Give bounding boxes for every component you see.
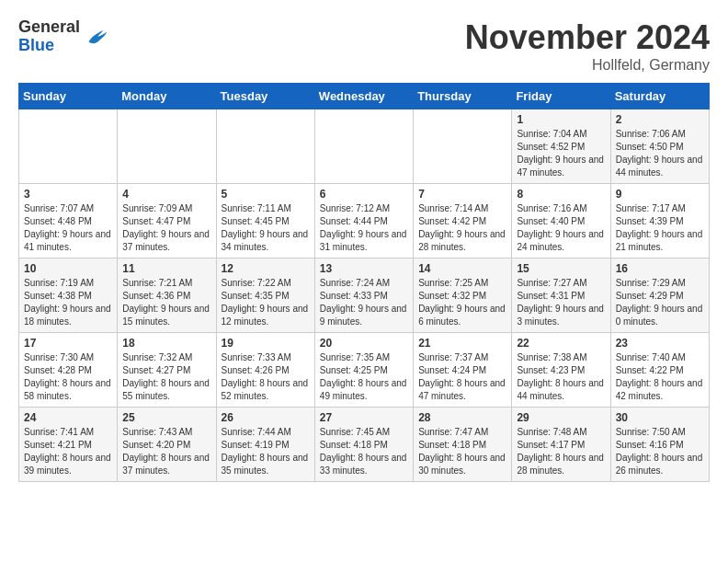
- logo-blue: Blue: [18, 37, 80, 55]
- logo: General Blue: [18, 18, 109, 55]
- calendar-cell: 8Sunrise: 7:16 AM Sunset: 4:40 PM Daylig…: [512, 184, 610, 259]
- day-number: 21: [418, 337, 506, 350]
- day-number: 15: [517, 262, 605, 275]
- day-info: Sunrise: 7:30 AM Sunset: 4:28 PM Dayligh…: [24, 351, 112, 403]
- day-info: Sunrise: 7:41 AM Sunset: 4:21 PM Dayligh…: [24, 426, 112, 477]
- day-number: 9: [616, 188, 704, 201]
- calendar-cell: 16Sunrise: 7:29 AM Sunset: 4:29 PM Dayli…: [610, 259, 709, 333]
- calendar-week-0: 1Sunrise: 7:04 AM Sunset: 4:52 PM Daylig…: [19, 109, 710, 184]
- calendar-header: Sunday Monday Tuesday Wednesday Thursday…: [19, 84, 710, 109]
- calendar-cell: 4Sunrise: 7:09 AM Sunset: 4:47 PM Daylig…: [118, 184, 216, 259]
- header-row: Sunday Monday Tuesday Wednesday Thursday…: [19, 84, 710, 109]
- day-number: 24: [24, 411, 112, 424]
- calendar-cell: 7Sunrise: 7:14 AM Sunset: 4:42 PM Daylig…: [414, 184, 512, 259]
- day-info: Sunrise: 7:22 AM Sunset: 4:35 PM Dayligh…: [222, 277, 310, 328]
- day-info: Sunrise: 7:06 AM Sunset: 4:50 PM Dayligh…: [616, 128, 704, 179]
- day-info: Sunrise: 7:04 AM Sunset: 4:52 PM Dayligh…: [517, 128, 605, 179]
- day-info: Sunrise: 7:14 AM Sunset: 4:42 PM Dayligh…: [418, 202, 506, 254]
- day-info: Sunrise: 7:45 AM Sunset: 4:18 PM Dayligh…: [320, 426, 408, 477]
- day-info: Sunrise: 7:19 AM Sunset: 4:38 PM Dayligh…: [24, 277, 112, 328]
- day-number: 2: [616, 113, 704, 126]
- day-number: 8: [517, 188, 605, 201]
- day-number: 23: [616, 337, 704, 350]
- day-number: 18: [122, 337, 210, 350]
- logo-text: General Blue: [18, 18, 80, 55]
- calendar-cell: 24Sunrise: 7:41 AM Sunset: 4:21 PM Dayli…: [19, 408, 118, 482]
- day-number: 3: [24, 188, 112, 201]
- calendar-subtitle: Hollfeld, Germany: [465, 57, 710, 74]
- header-wednesday: Wednesday: [314, 84, 413, 109]
- calendar-cell: 18Sunrise: 7:32 AM Sunset: 4:27 PM Dayli…: [118, 333, 216, 408]
- calendar-cell: 14Sunrise: 7:25 AM Sunset: 4:32 PM Dayli…: [414, 259, 512, 333]
- calendar-week-3: 17Sunrise: 7:30 AM Sunset: 4:28 PM Dayli…: [19, 333, 710, 408]
- day-number: 6: [320, 188, 408, 201]
- day-info: Sunrise: 7:35 AM Sunset: 4:25 PM Dayligh…: [320, 351, 408, 403]
- calendar-cell: 19Sunrise: 7:33 AM Sunset: 4:26 PM Dayli…: [216, 333, 314, 408]
- day-number: 30: [616, 411, 704, 424]
- calendar-cell: 11Sunrise: 7:21 AM Sunset: 4:36 PM Dayli…: [118, 259, 216, 333]
- day-info: Sunrise: 7:11 AM Sunset: 4:45 PM Dayligh…: [222, 202, 310, 254]
- calendar-cell: 28Sunrise: 7:47 AM Sunset: 4:18 PM Dayli…: [414, 408, 512, 482]
- calendar-week-2: 10Sunrise: 7:19 AM Sunset: 4:38 PM Dayli…: [19, 259, 710, 333]
- day-info: Sunrise: 7:29 AM Sunset: 4:29 PM Dayligh…: [616, 277, 704, 328]
- header-tuesday: Tuesday: [216, 84, 314, 109]
- calendar-body: 1Sunrise: 7:04 AM Sunset: 4:52 PM Daylig…: [19, 109, 710, 482]
- calendar-title: November 2024: [465, 18, 710, 57]
- calendar-cell: 5Sunrise: 7:11 AM Sunset: 4:45 PM Daylig…: [216, 184, 314, 259]
- calendar-week-1: 3Sunrise: 7:07 AM Sunset: 4:48 PM Daylig…: [19, 184, 710, 259]
- calendar-cell: 21Sunrise: 7:37 AM Sunset: 4:24 PM Dayli…: [414, 333, 512, 408]
- day-number: 12: [222, 262, 310, 275]
- calendar-cell: 22Sunrise: 7:38 AM Sunset: 4:23 PM Dayli…: [512, 333, 610, 408]
- logo-general: General: [18, 18, 80, 37]
- day-number: 20: [320, 337, 408, 350]
- calendar-cell: 1Sunrise: 7:04 AM Sunset: 4:52 PM Daylig…: [512, 109, 610, 184]
- header-thursday: Thursday: [414, 84, 512, 109]
- day-info: Sunrise: 7:48 AM Sunset: 4:17 PM Dayligh…: [517, 426, 605, 477]
- calendar-cell: 29Sunrise: 7:48 AM Sunset: 4:17 PM Dayli…: [512, 408, 610, 482]
- day-info: Sunrise: 7:24 AM Sunset: 4:33 PM Dayligh…: [320, 277, 408, 328]
- day-info: Sunrise: 7:47 AM Sunset: 4:18 PM Dayligh…: [418, 426, 506, 477]
- day-number: 10: [24, 262, 112, 275]
- day-number: 26: [222, 411, 310, 424]
- header-friday: Friday: [512, 84, 610, 109]
- day-number: 13: [320, 262, 408, 275]
- day-number: 1: [517, 113, 605, 126]
- day-number: 11: [122, 262, 210, 275]
- day-number: 16: [616, 262, 704, 275]
- day-info: Sunrise: 7:25 AM Sunset: 4:32 PM Dayligh…: [418, 277, 506, 328]
- day-number: 25: [122, 411, 210, 424]
- calendar-cell: 9Sunrise: 7:17 AM Sunset: 4:39 PM Daylig…: [610, 184, 709, 259]
- calendar-cell: 6Sunrise: 7:12 AM Sunset: 4:44 PM Daylig…: [314, 184, 413, 259]
- day-info: Sunrise: 7:40 AM Sunset: 4:22 PM Dayligh…: [616, 351, 704, 403]
- header-saturday: Saturday: [610, 84, 709, 109]
- day-number: 17: [24, 337, 112, 350]
- calendar-cell: [19, 109, 118, 184]
- day-info: Sunrise: 7:21 AM Sunset: 4:36 PM Dayligh…: [122, 277, 210, 328]
- calendar-cell: 15Sunrise: 7:27 AM Sunset: 4:31 PM Dayli…: [512, 259, 610, 333]
- calendar-cell: 13Sunrise: 7:24 AM Sunset: 4:33 PM Dayli…: [314, 259, 413, 333]
- calendar-cell: 26Sunrise: 7:44 AM Sunset: 4:19 PM Dayli…: [216, 408, 314, 482]
- page-header: General Blue November 2024 Hollfeld, Ger…: [18, 18, 710, 74]
- day-number: 7: [418, 188, 506, 201]
- day-info: Sunrise: 7:17 AM Sunset: 4:39 PM Dayligh…: [616, 202, 704, 254]
- day-info: Sunrise: 7:37 AM Sunset: 4:24 PM Dayligh…: [418, 351, 506, 403]
- logo-bird-icon: [84, 24, 109, 50]
- calendar-cell: 3Sunrise: 7:07 AM Sunset: 4:48 PM Daylig…: [19, 184, 118, 259]
- day-info: Sunrise: 7:16 AM Sunset: 4:40 PM Dayligh…: [517, 202, 605, 254]
- title-block: November 2024 Hollfeld, Germany: [465, 18, 710, 74]
- day-info: Sunrise: 7:33 AM Sunset: 4:26 PM Dayligh…: [222, 351, 310, 403]
- calendar-week-4: 24Sunrise: 7:41 AM Sunset: 4:21 PM Dayli…: [19, 408, 710, 482]
- calendar-cell: 30Sunrise: 7:50 AM Sunset: 4:16 PM Dayli…: [610, 408, 709, 482]
- day-number: 4: [122, 188, 210, 201]
- day-number: 29: [517, 411, 605, 424]
- day-info: Sunrise: 7:43 AM Sunset: 4:20 PM Dayligh…: [122, 426, 210, 477]
- day-number: 5: [222, 188, 310, 201]
- day-number: 27: [320, 411, 408, 424]
- day-info: Sunrise: 7:07 AM Sunset: 4:48 PM Dayligh…: [24, 202, 112, 254]
- calendar-cell: 27Sunrise: 7:45 AM Sunset: 4:18 PM Dayli…: [314, 408, 413, 482]
- day-number: 14: [418, 262, 506, 275]
- calendar-cell: 25Sunrise: 7:43 AM Sunset: 4:20 PM Dayli…: [118, 408, 216, 482]
- calendar-cell: 20Sunrise: 7:35 AM Sunset: 4:25 PM Dayli…: [314, 333, 413, 408]
- calendar-cell: 17Sunrise: 7:30 AM Sunset: 4:28 PM Dayli…: [19, 333, 118, 408]
- header-monday: Monday: [118, 84, 216, 109]
